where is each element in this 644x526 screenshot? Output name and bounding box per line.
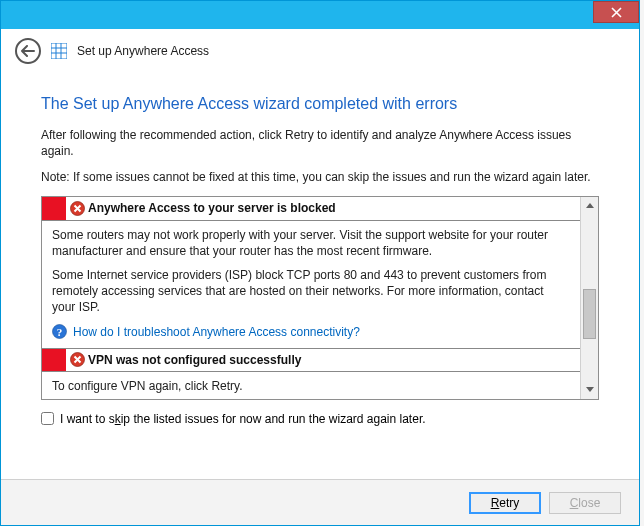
chevron-down-icon	[586, 387, 594, 392]
svg-rect-0	[51, 43, 67, 59]
back-button[interactable]	[15, 38, 41, 64]
issue-severity-flag	[42, 197, 66, 220]
footer-buttons: Retry Close	[1, 479, 639, 525]
skip-issues-checkbox[interactable]	[41, 412, 54, 425]
close-icon	[611, 7, 622, 18]
scroll-down-button[interactable]	[581, 381, 598, 399]
header-title: Set up Anywhere Access	[77, 44, 209, 58]
help-row: ? How do I troubleshoot Anywhere Access …	[52, 324, 570, 340]
vertical-scrollbar[interactable]	[580, 197, 598, 399]
error-icon	[66, 201, 88, 216]
issue-header: VPN was not configured successfully	[42, 348, 580, 372]
issue-body: To configure VPN again, click Retry.	[42, 372, 580, 399]
issue-severity-flag	[42, 349, 66, 371]
scroll-track[interactable]	[581, 215, 598, 381]
issue-header: Anywhere Access to your server is blocke…	[42, 197, 580, 221]
issue-item: Anywhere Access to your server is blocke…	[42, 197, 580, 348]
page-heading: The Set up Anywhere Access wizard comple…	[41, 95, 599, 113]
help-link[interactable]: How do I troubleshoot Anywhere Access co…	[73, 324, 360, 340]
issue-text: Some routers may not work properly with …	[52, 227, 570, 259]
svg-text:?: ?	[57, 326, 63, 338]
issues-scroll-area: Anywhere Access to your server is blocke…	[42, 197, 580, 399]
help-icon: ?	[52, 324, 67, 339]
app-icon	[51, 43, 67, 59]
scroll-up-button[interactable]	[581, 197, 598, 215]
chevron-up-icon	[586, 203, 594, 208]
intro-text: After following the recommended action, …	[41, 127, 599, 159]
skip-issues-label: I want to skip the listed issues for now…	[60, 412, 426, 426]
note-text: Note: If some issues cannot be fixed at …	[41, 169, 599, 185]
wizard-window: Set up Anywhere Access The Set up Anywhe…	[0, 0, 640, 526]
close-button: Close	[549, 492, 621, 514]
issue-item: VPN was not configured successfully To c…	[42, 348, 580, 399]
issue-text: Some Internet service providers (ISP) bl…	[52, 267, 570, 316]
content-area: The Set up Anywhere Access wizard comple…	[1, 73, 639, 436]
issues-list: Anywhere Access to your server is blocke…	[41, 196, 599, 400]
issue-title: Anywhere Access to your server is blocke…	[88, 201, 336, 215]
titlebar	[1, 1, 639, 29]
error-icon	[66, 352, 88, 367]
grid-icon	[51, 43, 67, 59]
issue-body: Some routers may not work properly with …	[42, 221, 580, 348]
scroll-thumb[interactable]	[583, 289, 596, 339]
issue-title: VPN was not configured successfully	[88, 353, 301, 367]
issue-text: To configure VPN again, click Retry.	[52, 378, 570, 394]
window-close-button[interactable]	[593, 1, 639, 23]
header-bar: Set up Anywhere Access	[1, 29, 639, 73]
arrow-left-icon	[21, 45, 35, 57]
retry-button[interactable]: Retry	[469, 492, 541, 514]
skip-issues-row[interactable]: I want to skip the listed issues for now…	[41, 412, 599, 426]
